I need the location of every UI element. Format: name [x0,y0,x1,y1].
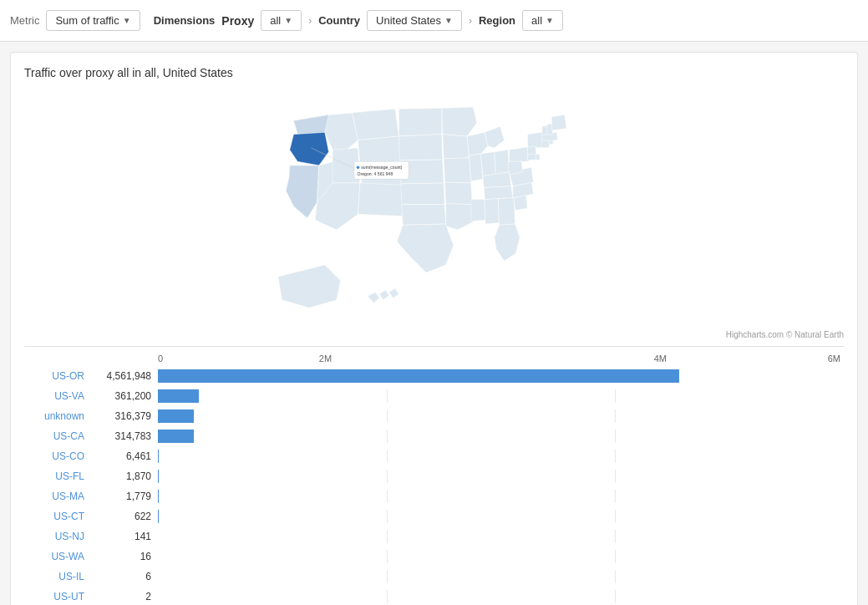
grid-line-4m [615,450,616,463]
state-tn [484,186,513,200]
grid-line-2m [387,530,388,543]
bar-label-US-FL[interactable]: US-FL [24,470,91,482]
grid-line-2m [387,389,388,403]
bar-fill-US-OR [158,369,679,383]
bar-label-US-IL[interactable]: US-IL [24,571,91,582]
grid-line-4m [615,590,616,603]
state-md [528,154,537,160]
bar-label-US-OR[interactable]: US-OR [24,370,91,382]
table-row: unknown 316,379 [24,407,844,425]
bar-label-US-CA[interactable]: US-CA [24,430,91,442]
table-row: US-FL 1,870 [24,467,844,486]
bar-area-US-NJ [158,530,844,543]
bar-value-US-VA: 361,200 [91,390,158,402]
state-wi [467,132,488,155]
table-row: US-UT 2 [24,587,844,605]
region-dropdown-arrow: ▼ [546,16,554,25]
bar-value-US-CA: 314,783 [91,430,158,442]
header-bar: Metric Sum of traffic ▼ Dimensions Proxy… [0,0,868,42]
x-label-4m: 4M [493,353,828,364]
state-ms [471,200,485,221]
state-mi [485,126,504,148]
bar-area-US-IL [158,570,844,583]
bar-fill-unknown [158,409,194,423]
bar-area-US-WA [158,550,844,563]
grid-line-2m [387,550,388,563]
region-label: Region [479,14,515,27]
chevron-right-icon-2: › [469,15,472,27]
bar-fill-US-VA [158,389,199,403]
x-axis-labels: 0 2M 4M 6M [158,353,844,364]
table-row: US-CT 622 [24,507,844,526]
bar-label-US-CO[interactable]: US-CO [24,450,91,462]
bar-value-US-CT: 622 [91,511,158,522]
metric-dropdown-arrow: ▼ [123,16,131,25]
state-tx [397,224,454,272]
grid-line-4m [615,550,616,563]
grid-line-2m [387,490,388,503]
table-row: US-CA 314,783 [24,427,844,445]
bar-value-US-FL: 1,870 [91,470,158,482]
bar-value-unknown: 316,379 [91,410,158,422]
table-row: US-OR 4,561,948 [24,367,844,385]
bar-area-US-VA [158,389,844,403]
grid-line-2m [387,450,388,463]
grid-line-4m [615,570,616,583]
bar-label-US-UT[interactable]: US-UT [24,591,91,602]
svg-text:Oregon: 4 561 948: Oregon: 4 561 948 [358,171,393,176]
proxy-dropdown[interactable]: all ▼ [261,10,302,31]
state-ks [401,183,444,205]
bar-label-US-VA[interactable]: US-VA [24,390,91,402]
grid-line-4m [615,409,616,423]
bar-label-US-MA[interactable]: US-MA [24,491,91,502]
bar-value-US-WA: 16 [91,551,158,562]
state-ak [278,265,341,308]
grid-line-4m [615,470,616,483]
grid-line-4m [615,530,616,543]
state-mn [442,107,477,136]
country-label: Country [318,14,360,27]
bar-label-unknown[interactable]: unknown [24,410,91,422]
map-container: sum(message_count) Oregon: 4 561 948 [24,89,844,323]
bar-area-US-CT [158,510,844,523]
grid-line-2m [387,510,388,523]
region-dropdown[interactable]: all ▼ [522,10,563,31]
bar-area-US-MA [158,490,844,503]
metric-value: Sum of traffic [55,14,119,27]
bar-value-US-CO: 6,461 [91,450,158,462]
bar-label-US-WA[interactable]: US-WA [24,551,91,562]
state-il [470,154,483,181]
chevron-right-icon-1: › [308,15,312,27]
state-ca [286,165,319,218]
state-mo [444,158,471,183]
grid-line-2m [387,590,388,603]
bar-value-US-OR: 4,561,948 [91,370,158,382]
region-value: all [531,14,542,27]
country-dropdown[interactable]: United States ▼ [367,10,462,31]
bar-fill-US-CO [158,450,159,463]
svg-text:sum(message_count): sum(message_count) [361,165,403,170]
bar-area-unknown [158,409,844,423]
us-map: sum(message_count) Oregon: 4 561 948 [24,89,844,323]
state-ar [445,182,473,205]
state-nm [358,183,405,216]
state-fl [495,224,520,261]
bar-area-US-UT [158,590,844,603]
grid-line-2m [387,430,388,443]
bar-label-US-NJ[interactable]: US-NJ [24,531,91,542]
grid-line-4m [615,510,616,523]
state-oh [495,150,510,174]
grid-line-4m [615,389,616,403]
svg-point-1 [357,165,360,169]
state-ia [443,135,470,159]
country-dropdown-arrow: ▼ [444,16,453,25]
dimensions-label: Dimensions [154,14,216,27]
state-al [485,199,499,224]
bar-value-US-NJ: 141 [91,531,158,542]
chart-title: Traffic over proxy all in all, United St… [24,66,844,79]
metric-dropdown[interactable]: Sum of traffic ▼ [46,10,140,31]
state-ok [402,205,446,226]
bar-label-US-CT[interactable]: US-CT [24,511,91,522]
table-row: US-WA 16 [24,547,844,566]
state-sd [399,135,443,160]
